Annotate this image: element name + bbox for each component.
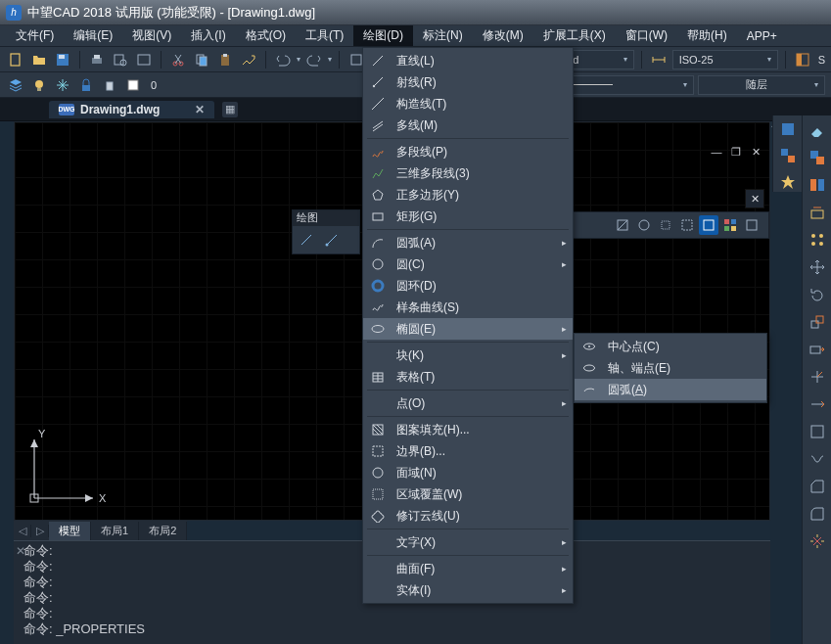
close-icon[interactable]: ✕ bbox=[16, 543, 25, 559]
menu-app+[interactable]: APP+ bbox=[737, 27, 787, 45]
lock-icon[interactable] bbox=[76, 75, 96, 95]
doc-minimize[interactable]: — bbox=[710, 145, 723, 159]
menu-文件f[interactable]: 文件(F) bbox=[6, 25, 64, 46]
menu-插入i[interactable]: 插入(I) bbox=[181, 25, 235, 46]
menu-编辑e[interactable]: 编辑(E) bbox=[64, 25, 122, 46]
tab-layout1[interactable]: 布局1 bbox=[91, 522, 139, 540]
snap1-icon[interactable] bbox=[613, 215, 632, 235]
menu-item-ellipse[interactable]: 椭圆(E)▸ bbox=[363, 318, 573, 340]
menu-item-pline[interactable]: 多段线(P) bbox=[363, 141, 573, 162]
print-icon[interactable] bbox=[87, 50, 107, 69]
publish-icon[interactable] bbox=[134, 50, 154, 69]
dimstyle-combo[interactable]: ISO-25▾ bbox=[672, 50, 778, 69]
array-icon[interactable] bbox=[807, 229, 828, 251]
fillet-icon[interactable] bbox=[807, 503, 828, 525]
tab-layout2[interactable]: 布局2 bbox=[139, 522, 187, 540]
tab-model[interactable]: 模型 bbox=[49, 522, 91, 540]
menu-item-wipeout[interactable]: 区域覆盖(W) bbox=[363, 483, 573, 505]
submenu-item-ell-center[interactable]: 中心点(C) bbox=[575, 336, 766, 357]
menu-item-line[interactable]: 直线(L) bbox=[363, 50, 573, 71]
submenu-item-ell-axis[interactable]: 轴、端点(E) bbox=[575, 357, 766, 379]
menu-item-mline[interactable]: 多线(M) bbox=[363, 115, 573, 136]
close-tab-icon[interactable]: ✕ bbox=[195, 103, 205, 116]
menu-item-polygon[interactable]: 正多边形(Y) bbox=[363, 184, 573, 206]
doc-close[interactable]: ✕ bbox=[749, 145, 762, 159]
save-icon[interactable] bbox=[53, 50, 72, 69]
menu-绘图d[interactable]: 绘图(D) bbox=[353, 25, 413, 46]
move-icon[interactable] bbox=[807, 256, 828, 278]
rotate-icon[interactable] bbox=[807, 284, 828, 305]
close-icon[interactable]: ✕ bbox=[745, 189, 764, 208]
copy-modify-icon[interactable] bbox=[807, 147, 828, 168]
floating-snap-toolbar[interactable]: ✕ bbox=[570, 211, 769, 239]
snap6-icon[interactable] bbox=[720, 215, 740, 235]
explode-icon[interactable] bbox=[807, 530, 828, 552]
paste-icon[interactable] bbox=[215, 50, 235, 69]
menu-item-boundary[interactable]: 边界(B)... bbox=[363, 440, 573, 462]
menu-item-revcloud[interactable]: 修订云线(U) bbox=[363, 505, 573, 527]
menu-item-item[interactable]: 点(O)▸ bbox=[363, 392, 573, 414]
eraser-icon[interactable] bbox=[807, 119, 828, 141]
submenu-item-ell-arc[interactable]: 圆弧(A) bbox=[575, 379, 766, 400]
menu-item-region[interactable]: 面域(N) bbox=[363, 462, 573, 483]
line-tool-icon-2[interactable] bbox=[322, 230, 342, 250]
redo-dropdown[interactable]: ▾ bbox=[328, 55, 332, 64]
menu-item-donut[interactable]: 圆环(D) bbox=[363, 275, 573, 297]
trim-icon[interactable] bbox=[807, 366, 828, 388]
menu-item-item[interactable]: 文字(X)▸ bbox=[363, 531, 573, 553]
chamfer-icon[interactable] bbox=[807, 476, 828, 497]
menu-帮助h[interactable]: 帮助(H) bbox=[677, 25, 737, 46]
menu-item-rect[interactable]: 矩形(G) bbox=[363, 206, 573, 227]
menu-item-item[interactable]: 实体(I)▸ bbox=[363, 579, 573, 601]
new-tab-icon[interactable]: ▦ bbox=[222, 102, 238, 117]
lineweight-combo[interactable]: 随层▾ bbox=[698, 75, 825, 95]
undo-dropdown[interactable]: ▾ bbox=[297, 55, 300, 64]
document-tab[interactable]: DWG Drawing1.dwg ✕ bbox=[49, 101, 214, 118]
menu-窗口w[interactable]: 窗口(W) bbox=[616, 25, 677, 46]
menu-item-hatch[interactable]: 图案填充(H)... bbox=[363, 419, 573, 440]
snap5-icon[interactable] bbox=[699, 215, 718, 235]
stretch-icon[interactable] bbox=[807, 339, 828, 360]
offset-icon[interactable] bbox=[807, 202, 828, 223]
menu-格式o[interactable]: 格式(O) bbox=[236, 25, 296, 46]
undo-icon[interactable] bbox=[273, 50, 293, 69]
open-icon[interactable] bbox=[29, 50, 49, 69]
bulb-icon[interactable] bbox=[29, 75, 49, 95]
snap4-icon[interactable] bbox=[677, 215, 697, 235]
menu-工具t[interactable]: 工具(T) bbox=[296, 25, 353, 46]
designcenter-icon[interactable] bbox=[777, 146, 799, 166]
menu-扩展工具x[interactable]: 扩展工具(X) bbox=[533, 25, 616, 46]
cut-icon[interactable] bbox=[168, 50, 188, 69]
layers-icon[interactable] bbox=[6, 75, 25, 95]
color-swatch[interactable] bbox=[123, 75, 143, 95]
menu-item-item[interactable]: 块(K)▸ bbox=[363, 345, 573, 366]
tab-nav-left[interactable]: ◁ bbox=[14, 525, 31, 537]
break-icon[interactable] bbox=[807, 421, 828, 442]
menu-修改m[interactable]: 修改(M) bbox=[473, 25, 533, 46]
mirror-icon[interactable] bbox=[807, 174, 828, 196]
match-icon[interactable] bbox=[239, 50, 258, 69]
preview-icon[interactable] bbox=[111, 50, 130, 69]
menu-item-arc[interactable]: 圆弧(A)▸ bbox=[363, 232, 573, 253]
props-icon[interactable] bbox=[777, 119, 799, 140]
menu-item-pline3d[interactable]: 三维多段线(3) bbox=[363, 162, 573, 184]
menu-item-circle[interactable]: 圆(C)▸ bbox=[363, 253, 573, 275]
snap7-icon[interactable] bbox=[742, 215, 762, 235]
join-icon[interactable] bbox=[807, 448, 828, 470]
floating-draw-toolbar[interactable]: 绘图 bbox=[292, 209, 360, 254]
redo-icon[interactable] bbox=[304, 50, 324, 69]
plot-icon[interactable] bbox=[100, 75, 119, 95]
doc-restore[interactable]: ❐ bbox=[729, 145, 743, 159]
scale-icon[interactable] bbox=[807, 311, 828, 333]
menu-视图v[interactable]: 视图(V) bbox=[122, 25, 181, 46]
snap2-icon[interactable] bbox=[634, 215, 654, 235]
new-icon[interactable] bbox=[6, 50, 25, 69]
extend-icon[interactable] bbox=[807, 393, 828, 415]
menu-标注n[interactable]: 标注(N) bbox=[413, 25, 473, 46]
menu-item-item[interactable]: 曲面(F)▸ bbox=[363, 558, 573, 579]
line-tool-icon[interactable] bbox=[297, 230, 316, 250]
snap3-icon[interactable] bbox=[656, 215, 675, 235]
menu-item-table[interactable]: 表格(T) bbox=[363, 366, 573, 388]
copy-icon[interactable] bbox=[192, 50, 211, 69]
menu-item-xline[interactable]: 构造线(T) bbox=[363, 93, 573, 115]
